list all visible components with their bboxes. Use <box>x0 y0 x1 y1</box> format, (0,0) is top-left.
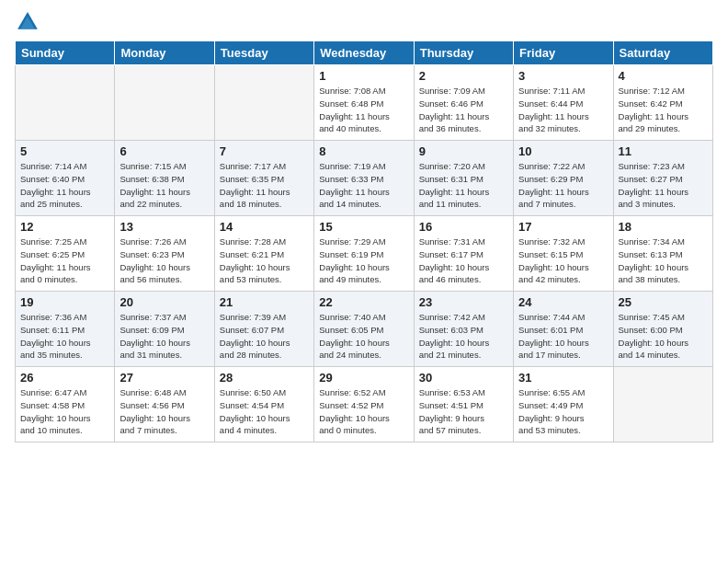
day-cell: 31Sunrise: 6:55 AM Sunset: 4:49 PM Dayli… <box>514 367 613 442</box>
day-number: 2 <box>419 69 508 83</box>
day-number: 23 <box>419 295 508 309</box>
day-info: Sunrise: 6:55 AM Sunset: 4:49 PM Dayligh… <box>518 386 608 437</box>
day-info: Sunrise: 7:28 AM Sunset: 6:21 PM Dayligh… <box>220 236 309 286</box>
day-number: 19 <box>20 295 109 309</box>
day-info: Sunrise: 7:20 AM Sunset: 6:31 PM Dayligh… <box>419 160 508 211</box>
logo-icon <box>15 9 40 35</box>
day-info: Sunrise: 7:31 AM Sunset: 6:17 PM Dayligh… <box>419 236 508 286</box>
day-info: Sunrise: 7:37 AM Sunset: 6:09 PM Dayligh… <box>119 311 209 362</box>
day-number: 1 <box>319 69 408 83</box>
day-cell: 12Sunrise: 7:25 AM Sunset: 6:25 PM Dayli… <box>16 216 115 292</box>
day-cell: 17Sunrise: 7:32 AM Sunset: 6:15 PM Dayli… <box>514 216 613 292</box>
day-info: Sunrise: 6:53 AM Sunset: 4:51 PM Dayligh… <box>419 386 508 437</box>
day-cell: 28Sunrise: 6:50 AM Sunset: 4:54 PM Dayli… <box>214 367 313 442</box>
weekday-thursday: Thursday <box>414 41 513 65</box>
day-cell: 29Sunrise: 6:52 AM Sunset: 4:52 PM Dayli… <box>314 367 414 442</box>
day-cell <box>16 65 115 141</box>
day-number: 5 <box>20 144 109 158</box>
day-number: 9 <box>419 144 508 158</box>
day-number: 10 <box>518 144 608 158</box>
day-cell: 10Sunrise: 7:22 AM Sunset: 6:29 PM Dayli… <box>514 141 613 216</box>
weekday-friday: Friday <box>514 41 613 65</box>
weekday-tuesday: Tuesday <box>214 41 313 65</box>
day-info: Sunrise: 7:17 AM Sunset: 6:35 PM Dayligh… <box>220 160 309 211</box>
header <box>15 9 713 35</box>
day-cell: 18Sunrise: 7:34 AM Sunset: 6:13 PM Dayli… <box>613 216 712 292</box>
day-cell: 22Sunrise: 7:40 AM Sunset: 6:05 PM Dayli… <box>314 292 414 367</box>
day-number: 28 <box>220 371 309 385</box>
day-number: 17 <box>518 220 608 234</box>
day-info: Sunrise: 7:25 AM Sunset: 6:25 PM Dayligh… <box>20 236 109 286</box>
day-number: 22 <box>319 295 408 309</box>
day-info: Sunrise: 6:47 AM Sunset: 4:58 PM Dayligh… <box>20 386 109 437</box>
day-cell: 23Sunrise: 7:42 AM Sunset: 6:03 PM Dayli… <box>414 292 513 367</box>
day-info: Sunrise: 7:15 AM Sunset: 6:38 PM Dayligh… <box>119 160 209 211</box>
day-cell: 5Sunrise: 7:14 AM Sunset: 6:40 PM Daylig… <box>16 141 115 216</box>
day-cell: 20Sunrise: 7:37 AM Sunset: 6:09 PM Dayli… <box>115 292 214 367</box>
week-row-1: 1Sunrise: 7:08 AM Sunset: 6:48 PM Daylig… <box>16 65 713 141</box>
day-number: 30 <box>419 371 508 385</box>
day-info: Sunrise: 7:26 AM Sunset: 6:23 PM Dayligh… <box>119 236 209 286</box>
day-cell: 19Sunrise: 7:36 AM Sunset: 6:11 PM Dayli… <box>16 292 115 367</box>
day-cell <box>115 65 214 141</box>
day-info: Sunrise: 7:11 AM Sunset: 6:44 PM Dayligh… <box>518 85 608 135</box>
day-cell: 14Sunrise: 7:28 AM Sunset: 6:21 PM Dayli… <box>214 216 313 292</box>
day-number: 7 <box>220 144 309 158</box>
day-number: 12 <box>20 220 109 234</box>
day-number: 16 <box>419 220 508 234</box>
weekday-monday: Monday <box>115 41 214 65</box>
day-info: Sunrise: 7:29 AM Sunset: 6:19 PM Dayligh… <box>319 236 408 286</box>
day-cell: 1Sunrise: 7:08 AM Sunset: 6:48 PM Daylig… <box>314 65 414 141</box>
week-row-5: 26Sunrise: 6:47 AM Sunset: 4:58 PM Dayli… <box>16 367 713 442</box>
week-row-3: 12Sunrise: 7:25 AM Sunset: 6:25 PM Dayli… <box>16 216 713 292</box>
day-number: 11 <box>619 144 708 158</box>
day-number: 8 <box>319 144 408 158</box>
day-number: 24 <box>518 295 608 309</box>
day-cell <box>214 65 313 141</box>
day-info: Sunrise: 7:36 AM Sunset: 6:11 PM Dayligh… <box>20 311 109 362</box>
day-info: Sunrise: 7:08 AM Sunset: 6:48 PM Dayligh… <box>319 85 408 135</box>
day-cell: 15Sunrise: 7:29 AM Sunset: 6:19 PM Dayli… <box>314 216 414 292</box>
day-cell <box>613 367 712 442</box>
day-info: Sunrise: 7:39 AM Sunset: 6:07 PM Dayligh… <box>220 311 309 362</box>
day-info: Sunrise: 6:48 AM Sunset: 4:56 PM Dayligh… <box>119 386 209 437</box>
weekday-saturday: Saturday <box>613 41 712 65</box>
day-number: 14 <box>220 220 309 234</box>
day-number: 15 <box>319 220 408 234</box>
day-info: Sunrise: 7:42 AM Sunset: 6:03 PM Dayligh… <box>419 311 508 362</box>
day-cell: 4Sunrise: 7:12 AM Sunset: 6:42 PM Daylig… <box>613 65 712 141</box>
day-info: Sunrise: 7:23 AM Sunset: 6:27 PM Dayligh… <box>619 160 708 211</box>
day-number: 26 <box>20 371 109 385</box>
day-cell: 11Sunrise: 7:23 AM Sunset: 6:27 PM Dayli… <box>613 141 712 216</box>
day-number: 18 <box>619 220 708 234</box>
day-cell: 24Sunrise: 7:44 AM Sunset: 6:01 PM Dayli… <box>514 292 613 367</box>
day-number: 3 <box>518 69 608 83</box>
day-info: Sunrise: 7:40 AM Sunset: 6:05 PM Dayligh… <box>319 311 408 362</box>
day-number: 29 <box>319 371 408 385</box>
day-number: 21 <box>220 295 309 309</box>
calendar: SundayMondayTuesdayWednesdayThursdayFrid… <box>15 40 713 442</box>
day-info: Sunrise: 7:32 AM Sunset: 6:15 PM Dayligh… <box>518 236 608 286</box>
day-cell: 13Sunrise: 7:26 AM Sunset: 6:23 PM Dayli… <box>115 216 214 292</box>
day-cell: 7Sunrise: 7:17 AM Sunset: 6:35 PM Daylig… <box>214 141 313 216</box>
day-number: 27 <box>119 371 209 385</box>
page: SundayMondayTuesdayWednesdayThursdayFrid… <box>0 0 728 563</box>
day-cell: 3Sunrise: 7:11 AM Sunset: 6:44 PM Daylig… <box>514 65 613 141</box>
day-number: 6 <box>119 144 209 158</box>
day-number: 31 <box>518 371 608 385</box>
day-cell: 30Sunrise: 6:53 AM Sunset: 4:51 PM Dayli… <box>414 367 513 442</box>
day-number: 13 <box>119 220 209 234</box>
day-cell: 6Sunrise: 7:15 AM Sunset: 6:38 PM Daylig… <box>115 141 214 216</box>
day-info: Sunrise: 7:09 AM Sunset: 6:46 PM Dayligh… <box>419 85 508 135</box>
day-info: Sunrise: 7:22 AM Sunset: 6:29 PM Dayligh… <box>518 160 608 211</box>
day-cell: 2Sunrise: 7:09 AM Sunset: 6:46 PM Daylig… <box>414 65 513 141</box>
day-info: Sunrise: 6:50 AM Sunset: 4:54 PM Dayligh… <box>220 386 309 437</box>
day-cell: 27Sunrise: 6:48 AM Sunset: 4:56 PM Dayli… <box>115 367 214 442</box>
weekday-sunday: Sunday <box>16 41 115 65</box>
day-info: Sunrise: 7:44 AM Sunset: 6:01 PM Dayligh… <box>518 311 608 362</box>
day-cell: 26Sunrise: 6:47 AM Sunset: 4:58 PM Dayli… <box>16 367 115 442</box>
day-cell: 21Sunrise: 7:39 AM Sunset: 6:07 PM Dayli… <box>214 292 313 367</box>
day-info: Sunrise: 7:34 AM Sunset: 6:13 PM Dayligh… <box>619 236 708 286</box>
weekday-header-row: SundayMondayTuesdayWednesdayThursdayFrid… <box>16 41 713 65</box>
day-info: Sunrise: 7:19 AM Sunset: 6:33 PM Dayligh… <box>319 160 408 211</box>
